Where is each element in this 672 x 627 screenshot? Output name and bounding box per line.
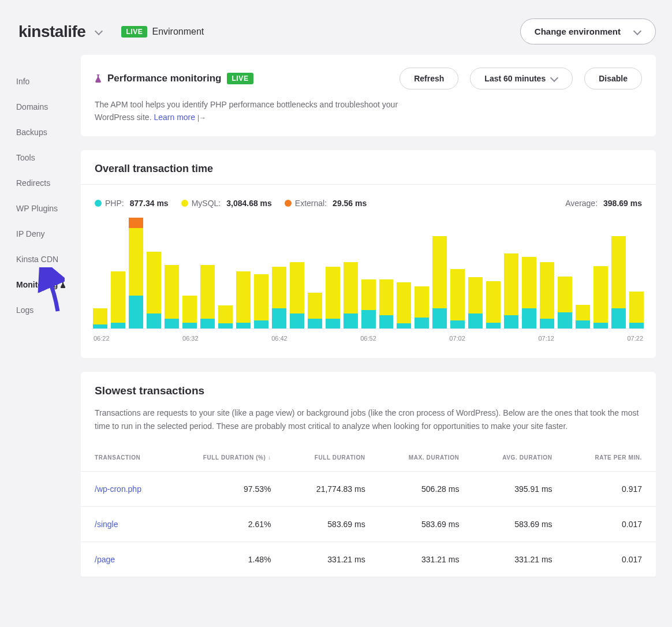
chart-bar[interactable]	[236, 271, 251, 329]
th-full[interactable]: Full duration	[285, 444, 379, 472]
chart-bar[interactable]	[593, 266, 608, 329]
sidebar-item-info[interactable]: Info	[16, 69, 81, 94]
perf-title: Performance monitoring	[107, 73, 221, 84]
x-tick: 06:52	[360, 335, 376, 342]
legend-mysql: MySQL: 3,084.68 ms	[181, 199, 272, 208]
sidebar-item-redirects[interactable]: Redirects	[16, 170, 81, 196]
th-max[interactable]: Max. duration	[379, 444, 473, 472]
sidebar: Info Domains Backups Tools Redirects WP …	[0, 55, 81, 323]
time-range-button[interactable]: Last 60 minutes	[470, 68, 573, 89]
flask-icon	[60, 281, 66, 288]
sidebar-item-kinsta-cdn[interactable]: Kinsta CDN	[16, 247, 81, 272]
chart-bar[interactable]	[558, 277, 572, 329]
learn-more-link[interactable]: Learn more	[154, 113, 195, 122]
x-tick: 06:22	[94, 335, 110, 342]
chart-bar[interactable]	[147, 252, 161, 329]
dot-cyan-icon	[95, 200, 102, 207]
cell-rate: 0.917	[566, 472, 656, 507]
env-label: Environment	[152, 27, 204, 37]
chart-bar[interactable]	[290, 262, 304, 329]
legend-external: External: 29.56 ms	[285, 199, 367, 208]
perf-description: The APM tool helps you identify PHP perf…	[81, 96, 439, 136]
chart-bar[interactable]	[326, 267, 340, 329]
th-avg[interactable]: Avg. duration	[473, 444, 566, 472]
disable-button[interactable]: Disable	[584, 68, 642, 89]
change-environment-button[interactable]: Change environment	[520, 18, 656, 44]
mysql-value: 3,084.68 ms	[226, 199, 272, 208]
external-link-icon: |→	[197, 114, 206, 122]
cell-max: 506.28 ms	[379, 472, 473, 507]
chart-bar[interactable]	[200, 265, 215, 329]
cell-full: 331.21 ms	[285, 542, 379, 577]
chart-bar[interactable]	[415, 286, 429, 329]
chart-bar[interactable]	[540, 262, 554, 329]
perf-live-badge: LIVE	[227, 73, 253, 84]
chart-bar[interactable]	[450, 269, 465, 329]
transaction-link[interactable]: /page	[95, 555, 115, 564]
transaction-link[interactable]: /single	[95, 520, 118, 529]
chart-bar[interactable]	[397, 282, 411, 329]
chart-bar[interactable]	[254, 274, 268, 329]
php-value: 877.34 ms	[130, 199, 169, 208]
chart-bar[interactable]	[379, 279, 394, 329]
chart-bar[interactable]	[308, 293, 322, 329]
sidebar-item-domains[interactable]: Domains	[16, 94, 81, 120]
chart-bar[interactable]	[129, 218, 143, 329]
chart-bar[interactable]	[611, 236, 626, 329]
dot-yellow-icon	[181, 200, 188, 207]
chart-x-axis: 06:2206:3206:4206:5207:0207:1207:22	[91, 329, 645, 352]
x-tick: 07:22	[627, 335, 643, 342]
chart-bar[interactable]	[522, 257, 536, 329]
cell-avg: 331.21 ms	[473, 542, 566, 577]
refresh-button[interactable]: Refresh	[400, 68, 458, 89]
chart-bar[interactable]	[629, 292, 644, 329]
cell-full: 583.69 ms	[285, 507, 379, 542]
sidebar-item-logs[interactable]: Logs	[16, 297, 81, 323]
th-rate[interactable]: Rate per min.	[566, 444, 656, 472]
cell-pct: 2.61%	[170, 507, 285, 542]
chart-bar[interactable]	[576, 305, 590, 329]
chart-bar[interactable]	[486, 281, 501, 329]
table-row: /page1.48%331.21 ms331.21 ms331.21 ms0.0…	[81, 542, 656, 577]
site-name: kinstalife	[18, 23, 85, 41]
slowest-table: Transaction Full duration (%) ↓ Full dur…	[81, 444, 656, 577]
slowest-title: Slowest transactions	[81, 372, 656, 401]
x-tick: 07:02	[449, 335, 465, 342]
sidebar-item-tools[interactable]: Tools	[16, 145, 81, 170]
cell-max: 331.21 ms	[379, 542, 473, 577]
sidebar-item-ip-deny[interactable]: IP Deny	[16, 221, 81, 247]
chart-bar[interactable]	[272, 267, 286, 329]
site-chevron-icon[interactable]	[96, 29, 103, 36]
chart-bar[interactable]	[468, 277, 483, 329]
sidebar-item-label: Monitoring	[16, 280, 58, 289]
x-tick: 06:42	[271, 335, 288, 342]
cell-rate: 0.017	[566, 542, 656, 577]
chart-bar[interactable]	[504, 253, 518, 329]
chevron-down-icon	[551, 76, 558, 83]
chart-bar[interactable]	[165, 265, 179, 329]
cell-full: 21,774.83 ms	[285, 472, 379, 507]
chart-bar[interactable]	[93, 308, 107, 329]
transaction-link[interactable]: /wp-cron.php	[95, 484, 141, 494]
cell-pct: 97.53%	[170, 472, 285, 507]
overall-title: Overall transaction time	[81, 150, 656, 185]
dot-orange-icon	[285, 200, 292, 207]
chart-bar[interactable]	[111, 271, 125, 329]
cell-rate: 0.017	[566, 507, 656, 542]
cell-pct: 1.48%	[170, 542, 285, 577]
chart-bar[interactable]	[182, 296, 197, 329]
chart-bar[interactable]	[218, 305, 233, 329]
th-transaction[interactable]: Transaction	[81, 444, 170, 472]
x-tick: 06:32	[182, 335, 199, 342]
cell-avg: 583.69 ms	[473, 507, 566, 542]
chart-bar[interactable]	[432, 236, 447, 329]
sidebar-item-backups[interactable]: Backups	[16, 120, 81, 145]
sidebar-item-monitoring[interactable]: Monitoring	[16, 272, 81, 297]
table-row: /wp-cron.php97.53%21,774.83 ms506.28 ms3…	[81, 472, 656, 507]
sidebar-item-wp-plugins[interactable]: WP Plugins	[16, 196, 81, 221]
chart-bar[interactable]	[344, 262, 358, 329]
average-value: 398.69 ms	[603, 199, 642, 208]
chart-bar[interactable]	[361, 279, 376, 329]
th-pct[interactable]: Full duration (%) ↓	[170, 444, 285, 472]
legend-average: Average: 398.69 ms	[565, 199, 642, 208]
